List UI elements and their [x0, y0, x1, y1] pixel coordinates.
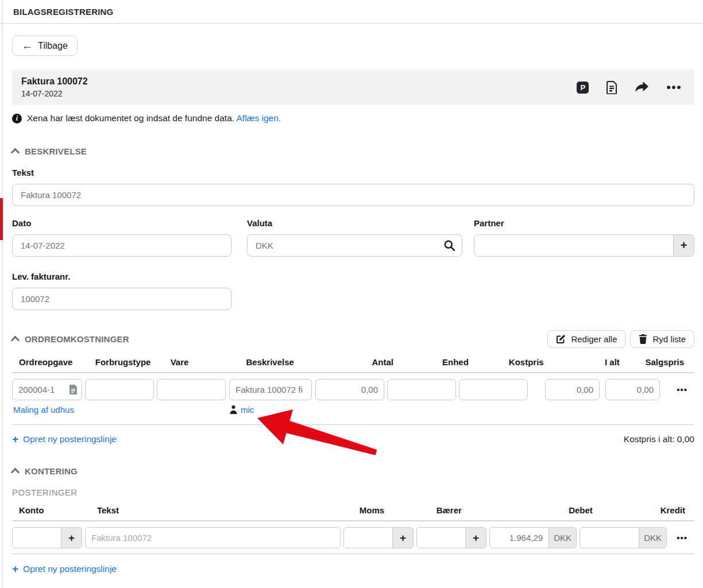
document-date: 14-07-2022: [21, 89, 88, 98]
kontering-table-row: + + + DKK DKK •••: [12, 527, 694, 548]
partner-input[interactable]: [474, 234, 674, 257]
moms-input[interactable]: [343, 527, 393, 548]
col-beskrivelse: Beskrivelse: [239, 357, 325, 367]
col-enhed: Enhed: [403, 357, 476, 367]
kredit-input[interactable]: [580, 527, 639, 548]
add-konto-button[interactable]: +: [61, 527, 82, 548]
col-i-alt: I alt: [568, 357, 627, 367]
antal-input[interactable]: [315, 379, 384, 400]
row-separator: [12, 554, 694, 554]
col-kostpris: Kostpris: [478, 357, 551, 367]
document-title: Faktura 100072: [21, 76, 88, 87]
row-separator: [12, 424, 694, 425]
add-moms-button[interactable]: +: [392, 527, 414, 548]
add-baerer-button[interactable]: +: [465, 527, 486, 548]
back-arrow-icon: ←: [22, 40, 33, 51]
page-header: BILAGSREGISTRERING: [0, 0, 703, 24]
section-kontering[interactable]: KONTERING: [12, 466, 694, 476]
info-text: Xena har læst dokumentet og indsat de fu…: [27, 113, 234, 123]
forbrugstype-input[interactable]: [85, 379, 154, 400]
kontering-tekst-input[interactable]: [85, 527, 341, 548]
debet-input[interactable]: [489, 527, 549, 548]
col-salgspris: Salgspris: [632, 357, 691, 367]
bilagsregistrering-page: BILAGSREGISTRERING ← Tilbage Faktura 100…: [0, 0, 703, 588]
baerer-input[interactable]: [416, 527, 466, 548]
konto-input[interactable]: [12, 527, 61, 548]
clear-list-button[interactable]: Ryd liste: [630, 330, 694, 348]
ordre-table-header: Ordreopgave Forbrugstype Vare Beskrivels…: [12, 357, 694, 373]
col-debet: Debet: [508, 505, 597, 515]
kredit-currency: DKK: [639, 527, 667, 548]
user-link[interactable]: mic: [241, 405, 254, 415]
ordre-row-links: Maling af udhus mic: [12, 404, 694, 417]
valuta-input[interactable]: [247, 234, 462, 257]
person-icon: [230, 405, 237, 414]
dato-label: Dato: [12, 218, 231, 228]
document-header-bar: Faktura 100072 14-07-2022 P •••: [12, 69, 694, 105]
chevron-up-icon: [11, 148, 20, 157]
section-ordreomkostninger-title: ORDREOMKOSTNINGER: [25, 334, 129, 344]
section-beskrivelse-title: BESKRIVELSE: [25, 146, 87, 156]
cost-total: Kostpris i alt: 0,00: [624, 434, 694, 444]
edit-all-label: Rediger alle: [571, 334, 617, 344]
left-red-indicator: [0, 198, 3, 240]
page-title: BILAGSREGISTRERING: [13, 7, 113, 17]
lev-fakturanr-label: Lev. fakturanr.: [12, 272, 231, 281]
enhed-input[interactable]: [387, 379, 456, 400]
plus-icon: +: [12, 434, 18, 444]
vare-input[interactable]: [157, 379, 226, 400]
beskrivelse-input[interactable]: [229, 379, 312, 400]
chevron-up-icon: [11, 467, 20, 477]
tekst-label: Tekst: [12, 168, 694, 177]
col-forbrugstype: Forbrugstype: [88, 357, 161, 367]
salgspris-input[interactable]: [605, 379, 660, 400]
valuta-label: Valuta: [247, 218, 462, 228]
back-button-label: Tilbage: [38, 41, 68, 51]
document-icon[interactable]: [606, 81, 617, 94]
col-tekst: Tekst: [90, 505, 346, 515]
col-baerer: Bærer: [431, 505, 505, 515]
row-menu-icon[interactable]: •••: [673, 386, 691, 393]
parking-badge-icon[interactable]: P: [577, 82, 589, 94]
kontering-table-header: Konto Tekst Moms Bærer Debet Kredit: [12, 505, 694, 521]
col-ordreopgave: Ordreopgave: [12, 357, 86, 367]
chevron-up-icon: [11, 335, 20, 345]
posteringer-subtitle: POSTERINGER: [12, 488, 694, 497]
partner-label: Partner: [474, 218, 694, 228]
add-kontering-line-link[interactable]: + Opret ny posteringslinje: [12, 563, 117, 574]
i-alt-input[interactable]: [545, 379, 600, 400]
edit-icon: [556, 334, 566, 344]
dato-input[interactable]: [12, 234, 231, 257]
info-bar: i Xena har læst dokumentet og indsat de …: [12, 113, 694, 123]
col-antal: Antal: [328, 357, 400, 367]
task-link[interactable]: Maling af udhus: [13, 405, 74, 415]
add-ordre-line-link[interactable]: + Opret ny posteringslinje: [12, 434, 117, 444]
ellipsis-icon[interactable]: •••: [666, 84, 682, 91]
tekst-input[interactable]: [12, 184, 694, 206]
ordre-table-row: •••: [12, 379, 694, 400]
share-icon[interactable]: [635, 82, 649, 93]
section-ordreomkostninger[interactable]: ORDREOMKOSTNINGER: [12, 334, 129, 344]
back-button[interactable]: ← Tilbage: [12, 36, 78, 56]
col-moms: Moms: [349, 505, 428, 515]
task-document-icon[interactable]: [69, 385, 78, 397]
debet-currency: DKK: [549, 527, 577, 548]
col-vare: Vare: [164, 357, 236, 367]
trash-icon: [639, 334, 647, 344]
section-kontering-title: KONTERING: [25, 466, 78, 476]
plus-icon: +: [12, 563, 18, 574]
kostpris-input[interactable]: [459, 379, 528, 400]
clear-list-label: Ryd liste: [652, 334, 686, 344]
edit-all-button[interactable]: Rediger alle: [547, 330, 625, 348]
col-kredit: Kredit: [600, 505, 691, 515]
section-beskrivelse[interactable]: BESKRIVELSE: [12, 146, 694, 156]
col-konto: Konto: [12, 505, 87, 515]
info-icon: i: [12, 114, 22, 123]
add-partner-button[interactable]: +: [673, 234, 694, 257]
lev-fakturanr-input[interactable]: [12, 288, 231, 310]
reread-link[interactable]: Aflæs igen.: [237, 113, 281, 123]
search-icon[interactable]: [444, 240, 455, 253]
row-menu-icon[interactable]: •••: [673, 535, 691, 541]
